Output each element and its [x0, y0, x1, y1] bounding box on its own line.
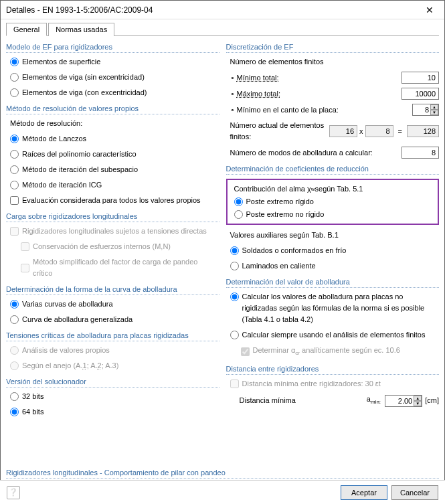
radio-calc-fe[interactable]: Calcular siempre usando el análisis de e…	[230, 329, 426, 341]
tab-strip: General Normas usadas	[6, 22, 439, 36]
group-discretization: Discretización de EF	[226, 41, 440, 53]
group-ef-model: Modelo de EF para rigidizadores	[6, 41, 219, 53]
label-num-fe: Número de elementos finitos	[226, 56, 440, 68]
spin-down-icon[interactable]: ▼	[430, 110, 438, 115]
radio-beam-ecc[interactable]: Elementos de viga (con excentricidad)	[10, 87, 147, 98]
radio-eigen-analysis: Análisis de valores propios	[10, 345, 110, 356]
tab-normas[interactable]: Normas usadas	[48, 23, 114, 36]
check-long-stiff: Rigidizadores longitudinales sujetos a t…	[10, 226, 207, 237]
input-max-total[interactable]	[402, 88, 439, 100]
label-modes: Número de modos de abolladura a calcular…	[230, 147, 402, 159]
cancel-button[interactable]: Cancelar	[391, 485, 438, 500]
radio-icg[interactable]: Método de iteración ICG	[10, 179, 102, 191]
help-icon[interactable]: ❔	[7, 486, 20, 499]
label-dist-min: Distancia mínima	[230, 395, 304, 406]
group-reduction: Determinación de coeficientes de reducci…	[226, 163, 440, 175]
check-min-dist: Distancia mínima entre rigidizadores: 30…	[230, 378, 381, 390]
group-buckle-shape: Determinación de la forma de la curva de…	[6, 284, 219, 295]
spin-down-icon[interactable]: ▼	[414, 401, 422, 406]
radio-64bit[interactable]: 64 bits	[10, 406, 43, 418]
spin-up-icon[interactable]: ▲	[414, 396, 422, 401]
group-load-stiff: Carga sobre rigidizadores longitudinales	[6, 211, 219, 222]
radio-lanczos[interactable]: Método de Lanczos	[10, 133, 86, 145]
radio-32bit[interactable]: 32 bits	[10, 391, 43, 402]
window-title: Detalles - EN 1993-1-5:2006/AC:2009-04	[6, 5, 420, 15]
radio-annex-a: Según el anejo (A.1; A.2; A.3)	[10, 360, 118, 371]
readout-fe-x: 16	[329, 125, 357, 137]
group-buckle-value: Determinación del valor de abolladura	[226, 276, 440, 288]
ok-button[interactable]: Aceptar	[341, 485, 387, 500]
input-modes[interactable]	[402, 147, 439, 159]
label-method: Método de resolución:	[6, 117, 219, 130]
radio-subspace[interactable]: Método de iteración del subespacio	[10, 164, 138, 175]
label-web-contrib: Contribución del alma χw según Tab. 5.1	[230, 183, 436, 195]
radio-poly[interactable]: Raíces del polinomio característico	[10, 149, 137, 160]
label-aux-b1: Valores auxiliares según Tab. B.1	[226, 229, 440, 242]
right-column: Discretización de EF Número de elementos…	[226, 40, 440, 460]
check-alpha-cr: Determinar αcr analíticamente según ec. …	[241, 345, 400, 359]
footer: ❔ Aceptar Cancelar	[0, 480, 445, 504]
group-stiff-dist: Distancia entre rigidizadores	[226, 363, 440, 375]
radio-nonrigid-end[interactable]: Poste extremo no rígido	[234, 209, 325, 220]
readout-fe-y: 8	[365, 125, 393, 137]
tab-general[interactable]: General	[6, 23, 47, 36]
titlebar: Detalles - EN 1993-1-5:2006/AC:2009-04 ✕	[1, 1, 444, 19]
close-icon[interactable]: ✕	[420, 3, 439, 17]
group-solver-ver: Versión del solucionador	[6, 376, 219, 388]
check-eval-all[interactable]: Evaluación considerada para todos los va…	[10, 195, 201, 206]
group-eigen-method: Método de resolución de valores propios	[6, 103, 219, 114]
radio-hotrolled[interactable]: Laminados en caliente	[230, 260, 316, 272]
group-crit-stress: Tensiones críticas de abolladura para pl…	[6, 330, 219, 341]
highlight-box: Contribución del alma χw según Tab. 5.1 …	[226, 179, 440, 225]
radio-several-curves[interactable]: Varias curvas de abolladura	[10, 299, 113, 310]
unit-cm: [cm]	[425, 395, 439, 406]
radio-beam-noecc[interactable]: Elementos de viga (sin excentricidad)	[10, 72, 145, 83]
readout-fe-total: 128	[407, 125, 439, 137]
radio-rigid-end[interactable]: Poste extremo rígido	[234, 196, 315, 207]
label-current-fe: Número actual de elementos finitos:	[230, 120, 330, 143]
check-simplified: Método simplificado del factor de carga …	[21, 256, 219, 279]
radio-welded[interactable]: Soldados o conformados en frío	[230, 245, 347, 256]
left-column: Modelo de EF para rigidizadores Elemento…	[6, 40, 219, 460]
radio-surface[interactable]: Elementos de superficie	[10, 56, 100, 68]
input-min-total[interactable]	[402, 72, 439, 84]
check-conserve-mn: Conservación de esfuerzos internos (M,N)	[21, 241, 171, 252]
radio-general-curve[interactable]: Curva de abolladura generalizada	[10, 314, 132, 325]
spin-up-icon[interactable]: ▲	[430, 104, 438, 110]
radio-calc-norm[interactable]: Calcular los valores de abolladura para …	[230, 291, 425, 325]
group-long-pillar: Rigidizadores longitudinales - Comportam…	[6, 467, 439, 479]
